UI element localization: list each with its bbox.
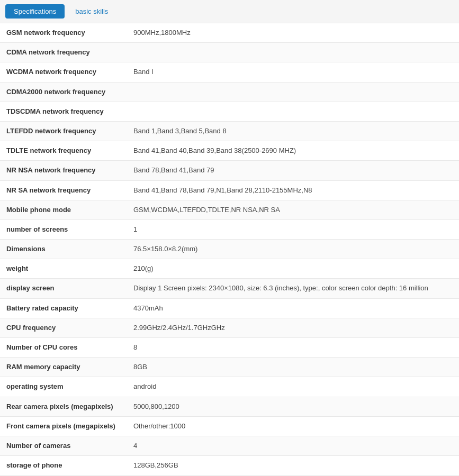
table-row: Dimensions76.5×158.0×8.2(mm) [0,240,459,259]
spec-label: Battery rated capacity [0,298,127,318]
table-row: RAM memory capacity8GB [0,358,459,377]
spec-label: TDLTE network frequency [0,141,127,161]
table-row: NR SA network frequencyBand 41,Band 78,B… [0,180,459,200]
table-row: CPU frequency2.99GHz/2.4GHz/1.7GHzGHz [0,318,459,337]
spec-value: 8GB [127,358,459,377]
spec-label: number of screens [0,219,127,239]
spec-label: NR SA network frequency [0,180,127,200]
spec-value: 5000,800,1200 [127,397,459,416]
spec-value: GSM,WCDMA,LTEFDD,TDLTE,NR NSA,NR SA [127,200,459,219]
spec-value: 128GB,256GB [127,456,459,475]
spec-value: 900MHz,1800MHz [127,23,459,43]
spec-label: Front camera pixels (megapixels) [0,416,127,436]
spec-value: Other/other:1000 [127,416,459,436]
spec-value: Band 41,Band 40,Band 39,Band 38(2500-269… [127,141,459,161]
spec-label: Dimensions [0,240,127,259]
spec-value: android [127,377,459,397]
table-row: NR NSA network frequencyBand 78,Band 41,… [0,161,459,180]
spec-label: display screen [0,279,127,298]
spec-value: 1 [127,219,459,239]
spec-label: storage of phone [0,456,127,475]
spec-label: CDMA network frequency [0,43,127,62]
table-row: display screenDisplay 1 Screen pixels: 2… [0,279,459,298]
table-row: TDSCDMA network frequency [0,102,459,121]
spec-value [127,82,459,102]
table-row: Number of cameras4 [0,436,459,455]
table-row: Mobile phone modeGSM,WCDMA,LTEFDD,TDLTE,… [0,200,459,219]
spec-label: Number of CPU cores [0,338,127,358]
table-row: operating systemandroid [0,377,459,397]
table-row: TDLTE network frequencyBand 41,Band 40,B… [0,141,459,161]
tab-specifications[interactable]: Specifications [5,4,65,19]
table-row: WCDMA network frequencyBand I [0,62,459,82]
table-row: Battery rated capacity4370mAh [0,298,459,318]
spec-value: Band I [127,62,459,82]
spec-label: Rear camera pixels (megapixels) [0,397,127,416]
table-row: number of screens1 [0,219,459,239]
spec-value [127,43,459,62]
spec-label: GSM network frequency [0,23,127,43]
spec-value: 210(g) [127,259,459,279]
tab-bar: Specifications basic skills [0,0,459,23]
spec-label: RAM memory capacity [0,358,127,377]
spec-value: Band 41,Band 78,Band 79,N1,Band 28,2110-… [127,180,459,200]
spec-label: TDSCDMA network frequency [0,102,127,121]
table-row: Rear camera pixels (megapixels)5000,800,… [0,397,459,416]
spec-label: operating system [0,377,127,397]
spec-value: 2.99GHz/2.4GHz/1.7GHzGHz [127,318,459,337]
spec-label: LTEFDD network frequency [0,121,127,141]
spec-label: weight [0,259,127,279]
spec-label: CPU frequency [0,318,127,337]
table-row: storage of phone128GB,256GB [0,456,459,475]
spec-value: 76.5×158.0×8.2(mm) [127,240,459,259]
table-row: weight210(g) [0,259,459,279]
table-row: CDMA2000 network frequency [0,82,459,102]
table-row: LTEFDD network frequencyBand 1,Band 3,Ba… [0,121,459,141]
table-row: CDMA network frequency [0,43,459,62]
spec-value: 4 [127,436,459,455]
spec-label: CDMA2000 network frequency [0,82,127,102]
table-row: GSM network frequency900MHz,1800MHz [0,23,459,43]
spec-value: Band 78,Band 41,Band 79 [127,161,459,180]
spec-label: WCDMA network frequency [0,62,127,82]
specs-table: GSM network frequency900MHz,1800MHzCDMA … [0,23,459,476]
spec-label: NR NSA network frequency [0,161,127,180]
spec-value: 4370mAh [127,298,459,318]
spec-value: Display 1 Screen pixels: 2340×1080, size… [127,279,459,298]
spec-label: Number of cameras [0,436,127,455]
spec-value: Band 1,Band 3,Band 5,Band 8 [127,121,459,141]
table-row: Number of CPU cores8 [0,338,459,358]
table-row: Front camera pixels (megapixels)Other/ot… [0,416,459,436]
spec-label: Mobile phone mode [0,200,127,219]
spec-value [127,102,459,121]
spec-value: 8 [127,338,459,358]
tab-basic-skills[interactable]: basic skills [70,4,113,19]
